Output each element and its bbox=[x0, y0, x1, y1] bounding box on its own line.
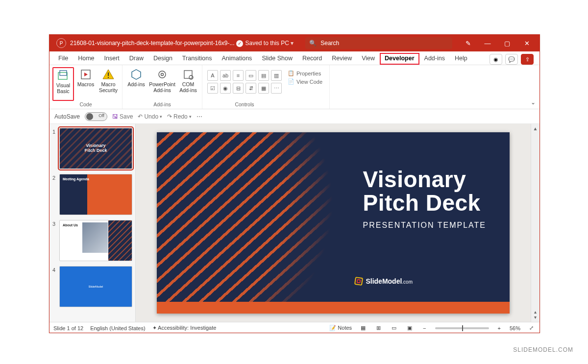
control-listbox[interactable]: ≡ bbox=[233, 70, 244, 81]
visual-basic-button[interactable]: Visual Basic bbox=[52, 67, 74, 101]
tab-help[interactable]: Help bbox=[450, 53, 472, 65]
zoom-out-button[interactable]: − bbox=[421, 325, 428, 331]
redo-button[interactable]: ↷Redo ▾ bbox=[167, 113, 192, 120]
control-spin[interactable]: ⇵ bbox=[245, 83, 256, 94]
thumbnail-row[interactable]: 4 SlideModel bbox=[52, 266, 132, 307]
control-option[interactable]: ◉ bbox=[220, 83, 231, 94]
properties-label: Properties bbox=[296, 71, 321, 76]
slide-heading: VisionaryPitch Deck PRESENTATION TEMPLAT… bbox=[363, 168, 486, 230]
save-icon: 🖫 bbox=[112, 113, 118, 120]
thumb2-title: Meeting Agenda bbox=[63, 177, 89, 181]
close-button[interactable]: ✕ bbox=[517, 35, 537, 51]
thumbnail-row[interactable]: 2 Meeting Agenda bbox=[52, 174, 132, 215]
control-label[interactable]: ab bbox=[220, 70, 231, 81]
scroll-up-icon[interactable]: ▲ bbox=[533, 126, 538, 131]
vertical-scrollbar[interactable]: ▲ ▴ ▾ bbox=[531, 124, 539, 322]
svg-rect-10 bbox=[184, 71, 192, 78]
fit-to-window-button[interactable]: ⤢ bbox=[527, 325, 536, 331]
quick-access-bar: AutoSave Off 🖫Save ↶Undo ▾ ↷Redo ▾ ⋯ bbox=[49, 109, 539, 124]
prev-slide-icon[interactable]: ▴ bbox=[534, 309, 537, 315]
view-code-button[interactable]: 📄View Code bbox=[288, 78, 322, 85]
control-combobox[interactable]: ▭ bbox=[245, 70, 256, 81]
svg-point-8 bbox=[159, 71, 166, 78]
notes-label: Notes bbox=[338, 325, 352, 331]
com-addins-button[interactable]: COM Add-ins bbox=[177, 67, 199, 101]
comments-button[interactable]: 💬 bbox=[505, 54, 518, 65]
zoom-in-button[interactable]: + bbox=[496, 325, 503, 331]
ribbon-body: Visual Basic Macros Macro Security Code bbox=[49, 65, 539, 109]
undo-button[interactable]: ↶Undo ▾ bbox=[138, 113, 162, 120]
control-image[interactable]: ▤ bbox=[258, 70, 269, 81]
tab-view[interactable]: View bbox=[357, 53, 380, 65]
view-normal-button[interactable]: ▦ bbox=[359, 325, 368, 331]
view-slideshow-button[interactable]: ▣ bbox=[405, 325, 414, 331]
thumbnail-3[interactable]: About Us bbox=[59, 220, 132, 261]
control-frame[interactable]: ▦ bbox=[258, 83, 269, 94]
thumb-number: 4 bbox=[52, 266, 59, 307]
tab-record[interactable]: Record bbox=[297, 53, 327, 65]
tab-insert[interactable]: Insert bbox=[99, 53, 124, 65]
redo-label: Redo bbox=[173, 113, 188, 120]
share-button[interactable]: ⇪ bbox=[521, 54, 534, 65]
pen-icon[interactable]: ✎ bbox=[458, 35, 478, 51]
search-box[interactable]: 🔍 Search bbox=[305, 37, 452, 49]
powerpoint-addins-label: PowerPoint Add-ins bbox=[148, 82, 176, 93]
tab-slideshow[interactable]: Slide Show bbox=[257, 53, 297, 65]
tab-animations[interactable]: Animations bbox=[217, 53, 257, 65]
thumbnail-1[interactable]: VisionaryPitch Deck bbox=[59, 128, 132, 169]
slide-footer-strip bbox=[157, 302, 510, 314]
maximize-button[interactable]: ▢ bbox=[497, 35, 517, 51]
thumbnail-2[interactable]: Meeting Agenda bbox=[59, 174, 132, 215]
tab-draw[interactable]: Draw bbox=[124, 53, 148, 65]
svg-point-11 bbox=[189, 75, 193, 79]
powerpoint-addins-button[interactable]: PowerPoint Add-ins bbox=[148, 67, 176, 101]
thumbnail-row[interactable]: 1 VisionaryPitch Deck bbox=[52, 128, 132, 169]
ribbon-tabs: File Home Insert Draw Design Transitions… bbox=[49, 51, 539, 65]
control-more[interactable]: ⋯ bbox=[271, 83, 282, 94]
tab-developer[interactable]: Developer bbox=[380, 53, 419, 65]
tab-home[interactable]: Home bbox=[73, 53, 99, 65]
zoom-level[interactable]: 56% bbox=[510, 325, 520, 331]
svg-rect-6 bbox=[108, 77, 109, 78]
view-sorter-button[interactable]: ⊞ bbox=[374, 325, 383, 331]
addins-icon bbox=[130, 68, 143, 81]
accessibility-status[interactable]: ✦ Accessibility: Investigate bbox=[152, 325, 217, 331]
thumb-number: 2 bbox=[52, 174, 59, 215]
control-scrollbar[interactable]: ▥ bbox=[271, 70, 282, 81]
view-reading-button[interactable]: ▭ bbox=[390, 325, 398, 331]
com-addins-label: COM Add-ins bbox=[177, 82, 199, 93]
camera-button[interactable]: ◉ bbox=[490, 54, 502, 65]
minimize-button[interactable]: — bbox=[478, 35, 497, 51]
ribbon-group-controls: A ab ≡ ▭ ▤ ▥ ☑ ◉ ⊟ ⇵ ▦ ⋯ Controls 📋Prope… bbox=[202, 65, 330, 109]
properties-button[interactable]: 📋Properties bbox=[288, 70, 322, 76]
qat-overflow[interactable]: ⋯ bbox=[196, 113, 202, 120]
control-toggle[interactable]: ⊟ bbox=[233, 83, 244, 94]
save-label: Save bbox=[120, 113, 133, 120]
properties-icon: 📋 bbox=[288, 70, 294, 76]
zoom-slider[interactable] bbox=[435, 327, 489, 329]
language-status[interactable]: English (United States) bbox=[90, 325, 146, 331]
control-textbox[interactable]: A bbox=[207, 70, 218, 81]
control-checkbox[interactable]: ☑ bbox=[207, 83, 218, 94]
svg-rect-5 bbox=[108, 73, 109, 76]
macros-button[interactable]: Macros bbox=[75, 67, 97, 101]
undo-label: Undo bbox=[144, 113, 158, 120]
autosave-toggle[interactable]: Off bbox=[85, 112, 107, 121]
slide-canvas[interactable]: VisionaryPitch Deck PRESENTATION TEMPLAT… bbox=[157, 132, 510, 314]
slide-canvas-area: VisionaryPitch Deck PRESENTATION TEMPLAT… bbox=[136, 124, 531, 322]
thumbnail-row[interactable]: 3 About Us bbox=[52, 220, 132, 261]
notes-button[interactable]: 📝 Notes bbox=[329, 325, 352, 331]
next-slide-icon[interactable]: ▾ bbox=[534, 315, 537, 320]
search-icon: 🔍 bbox=[309, 40, 317, 47]
tab-review[interactable]: Review bbox=[327, 53, 357, 65]
thumbnail-4[interactable]: SlideModel bbox=[59, 266, 132, 307]
save-button[interactable]: 🖫Save bbox=[112, 113, 133, 120]
addins-button[interactable]: Add-ins bbox=[125, 67, 147, 101]
thumb-number: 3 bbox=[52, 220, 59, 261]
macro-security-button[interactable]: Macro Security bbox=[98, 67, 119, 101]
tab-transitions[interactable]: Transitions bbox=[177, 53, 217, 65]
tab-design[interactable]: Design bbox=[148, 53, 177, 65]
tab-addins[interactable]: Add-ins bbox=[419, 53, 450, 65]
tab-file[interactable]: File bbox=[53, 53, 73, 65]
ribbon-collapse-button[interactable]: ⌄ bbox=[531, 99, 536, 106]
